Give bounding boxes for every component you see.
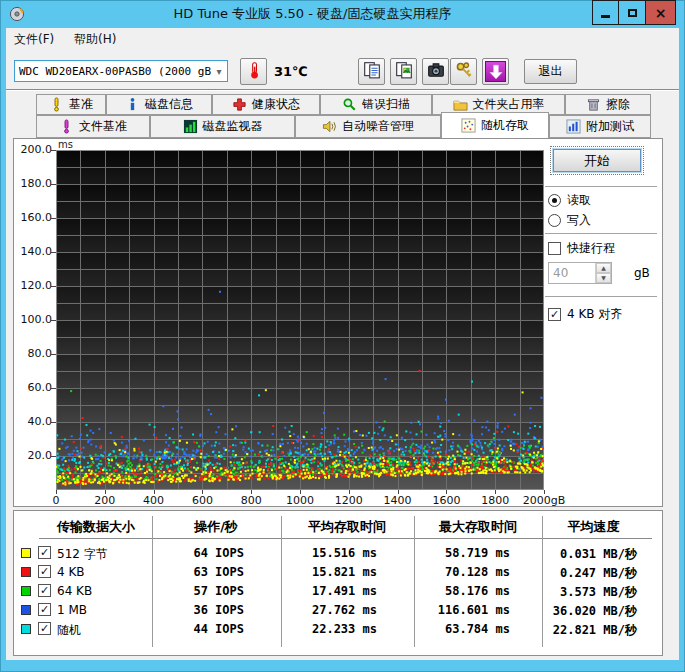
series-checkbox[interactable]: ✓ xyxy=(38,584,51,597)
y-tick-label: 180.0 xyxy=(14,177,52,190)
short-stroke-size-spinner: ▲ ▼ xyxy=(548,262,612,284)
short-stroke-option[interactable]: 快捷行程 xyxy=(548,240,615,257)
y-tick-mark xyxy=(51,320,56,321)
avg-access-value: 15.821 ms xyxy=(312,565,377,579)
tab-icon xyxy=(461,118,476,133)
tab-error-scan[interactable]: 错误扫描 xyxy=(320,94,432,115)
iops-value: 36 IOPS xyxy=(193,603,244,617)
y-tick-mark xyxy=(51,252,56,253)
read-radio[interactable] xyxy=(548,194,561,207)
update-button[interactable] xyxy=(482,58,509,85)
max-access-value: 58.719 ms xyxy=(445,546,510,560)
tab-file-benchmark[interactable]: 文件基准 xyxy=(36,115,150,138)
header-avg-speed: 平均速度 xyxy=(536,518,651,536)
tab-aam[interactable]: 自动噪音管理 xyxy=(295,115,441,138)
avg-speed-value: 3.573 MB/秒 xyxy=(560,584,637,601)
keys-button[interactable] xyxy=(450,58,477,85)
series-color-swatch xyxy=(21,548,31,558)
tab-label: 附加测试 xyxy=(586,118,634,135)
avg-access-value: 27.762 ms xyxy=(312,603,377,617)
write-radio[interactable] xyxy=(548,214,561,227)
tab-icon xyxy=(232,97,247,112)
max-access-value: 58.176 ms xyxy=(445,584,510,598)
iops-value: 44 IOPS xyxy=(193,622,244,636)
keys-icon xyxy=(455,61,473,82)
tab-health[interactable]: 健康状态 xyxy=(212,94,320,115)
tab-icon xyxy=(453,97,468,112)
spinner-down-button[interactable]: ▼ xyxy=(596,273,611,283)
window-title: HD Tune 专业版 5.50 - 硬盘/固态硬盘实用程序 xyxy=(40,0,585,28)
short-stroke-label: 快捷行程 xyxy=(567,240,615,257)
iops-value: 57 IOPS xyxy=(193,584,244,598)
y-tick-mark xyxy=(51,456,56,457)
temperature-button[interactable] xyxy=(240,58,267,85)
table-row: ✓ 512 字节 64 IOPS 15.516 ms 58.719 ms 0.0… xyxy=(14,545,662,563)
avg-speed-value: 36.020 MB/秒 xyxy=(553,603,637,620)
minimize-icon xyxy=(601,15,610,18)
avg-access-value: 22.233 ms xyxy=(312,622,377,636)
start-button-focus-ring: 开始 xyxy=(550,146,644,175)
client-area: 文件(F) 帮助(H) WDC WD20EARX-00PASB0 (2000 g… xyxy=(6,28,679,660)
tab-label: 随机存取 xyxy=(481,117,529,134)
exit-button[interactable]: 退出 xyxy=(524,59,577,84)
tab-extra-tests[interactable]: 附加测试 xyxy=(549,115,651,138)
tab-icon xyxy=(183,119,198,134)
tab-label: 文件夹占用率 xyxy=(473,96,545,113)
iops-value: 63 IOPS xyxy=(193,565,244,579)
tab-disk-monitor[interactable]: 磁盘监视器 xyxy=(150,115,295,138)
avg-access-value: 17.491 ms xyxy=(312,584,377,598)
tab-icon xyxy=(49,97,64,112)
x-tick-label: 1000 xyxy=(272,494,328,507)
short-stroke-unit-label: gB xyxy=(634,266,650,280)
screenshot-button[interactable] xyxy=(422,58,449,85)
copy-image-button[interactable] xyxy=(390,58,417,85)
y-tick-mark xyxy=(51,184,56,185)
x-tick-label: 2000gB xyxy=(516,494,572,507)
short-stroke-size-input[interactable] xyxy=(549,263,595,283)
results-table-panel: 传输数据大小 操作/秒 平均存取时间 最大存取时间 平均速度 ✓ 512 字节 … xyxy=(13,510,663,656)
menu-help[interactable]: 帮助(H) xyxy=(66,28,124,51)
tab-benchmark[interactable]: 基准 xyxy=(36,94,106,115)
series-checkbox[interactable]: ✓ xyxy=(38,565,51,578)
max-access-value: 116.601 ms xyxy=(438,603,510,617)
tab-row-2: 文件基准 磁盘监视器 自动噪音管理 随机存取 附加测试 xyxy=(36,115,651,138)
series-checkbox[interactable]: ✓ xyxy=(38,546,51,559)
tab-erase[interactable]: 擦除 xyxy=(565,94,651,115)
copy-text-button[interactable] xyxy=(358,58,385,85)
short-stroke-checkbox[interactable] xyxy=(548,242,561,255)
x-tick-mark xyxy=(300,490,301,494)
max-access-value: 63.784 ms xyxy=(445,622,510,636)
menu-file[interactable]: 文件(F) xyxy=(6,28,62,51)
align-option[interactable]: ✓ 4 KB 对齐 xyxy=(548,306,622,323)
read-option[interactable]: 读取 xyxy=(548,192,591,209)
series-color-swatch xyxy=(21,605,31,615)
start-button[interactable]: 开始 xyxy=(553,149,641,172)
tab-disk-info[interactable]: 磁盘信息 xyxy=(106,94,212,115)
maximize-button[interactable] xyxy=(618,0,646,25)
avg-speed-value: 22.821 MB/秒 xyxy=(553,622,637,639)
series-checkbox[interactable]: ✓ xyxy=(38,603,51,616)
x-tick-label: 1200 xyxy=(321,494,377,507)
tab-random-access[interactable]: 随机存取 xyxy=(441,112,549,138)
tab-row-1: 基准 磁盘信息 健康状态 错误扫描 文件夹占用率 擦除 xyxy=(36,94,651,115)
minimize-button[interactable] xyxy=(592,0,619,25)
menu-bar: 文件(F) 帮助(H) xyxy=(6,28,679,50)
header-avg-access: 平均存取时间 xyxy=(287,518,407,536)
down-arrow-icon xyxy=(485,61,506,82)
series-label: 512 字节 xyxy=(57,546,108,563)
x-tick-mark xyxy=(251,490,252,494)
series-checkbox[interactable]: ✓ xyxy=(38,622,51,635)
series-label: 4 KB xyxy=(57,565,85,579)
tab-label: 磁盘信息 xyxy=(145,96,193,113)
y-tick-mark xyxy=(51,286,56,287)
x-tick-label: 800 xyxy=(223,494,279,507)
y-tick-label: 60.0 xyxy=(14,381,52,394)
spinner-up-button[interactable]: ▲ xyxy=(596,263,611,273)
series-color-swatch xyxy=(21,586,31,596)
drive-select[interactable]: WDC WD20EARX-00PASB0 (2000 gB) ▾ xyxy=(14,60,228,82)
write-option[interactable]: 写入 xyxy=(548,212,591,229)
app-window: HD Tune 专业版 5.50 - 硬盘/固态硬盘实用程序 × 文件(F) 帮… xyxy=(0,0,685,672)
y-tick-label: 140.0 xyxy=(14,245,52,258)
align-checkbox[interactable]: ✓ xyxy=(548,308,561,321)
close-button[interactable]: × xyxy=(645,0,676,25)
